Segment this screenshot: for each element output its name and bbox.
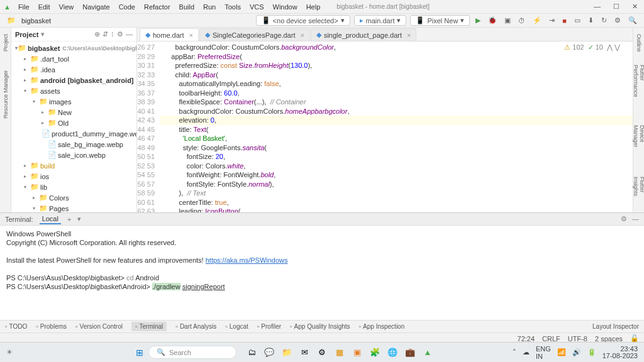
device-selector[interactable]: 📱<no device selected>▾ (256, 15, 350, 26)
menu-refactor[interactable]: Refactor (140, 2, 174, 12)
inspection-widget[interactable]: 102 10 ⋀ ⋁ (564, 43, 620, 52)
rail-resource-manager[interactable]: Resource Manager (3, 70, 9, 119)
terminal-output[interactable]: Windows PowerShellCopyright (C) Microsof… (0, 226, 644, 320)
tray-wifi-icon[interactable]: 📶 (557, 348, 566, 356)
file-encoding[interactable]: UTF-8 (568, 335, 587, 343)
hide-panel-icon[interactable]: — (126, 30, 133, 38)
taskbar-app-icon[interactable]: 💼 (404, 346, 416, 359)
sdk-button[interactable]: ⬇ (586, 16, 596, 25)
indent-setting[interactable]: 2 spaces (595, 335, 623, 343)
search-icon[interactable]: 🔍 (626, 16, 639, 25)
start-button[interactable]: ⊞ (136, 348, 143, 358)
rail-outline[interactable]: Outline (636, 34, 642, 52)
tree-row[interactable]: ▾📁images (11, 96, 136, 107)
rail-flutter-perf[interactable]: Flutter Performance (633, 65, 645, 112)
stop-button[interactable]: ■ (560, 17, 569, 25)
rail-device-mgr[interactable]: Device Manager (633, 125, 645, 165)
rail-flutter-insights[interactable]: Flutter Insights (633, 177, 645, 212)
sync-button[interactable]: ↻ (599, 16, 609, 25)
tool-terminal[interactable]: ▫Terminal (131, 322, 167, 331)
tree-row[interactable]: ▸📁New (11, 107, 136, 118)
taskbar-app-icon[interactable]: 🌐 (386, 346, 399, 359)
tool-layout-inspector[interactable]: Layout Inspector (592, 323, 639, 330)
tray-cloud-icon[interactable]: ☁ (523, 348, 530, 356)
coverage-button[interactable]: ▣ (502, 16, 513, 25)
menu-build[interactable]: Build (175, 2, 198, 12)
menu-vcs[interactable]: VCS (246, 2, 268, 12)
tool-todo[interactable]: ▫TODO (5, 323, 27, 330)
close-tab-icon[interactable]: × (300, 31, 304, 39)
caret-position[interactable]: 72:24 (518, 335, 535, 343)
tree-row[interactable]: 📄sale_bg_image.webp (11, 139, 136, 150)
attach-button[interactable]: ⇥ (547, 16, 557, 25)
tray-clock[interactable]: 23:4317-08-2023 (602, 346, 638, 359)
expand-icon[interactable]: ⇵ (103, 30, 108, 38)
minimize-button[interactable]: — (591, 3, 603, 11)
editor-tab[interactable]: ◆single_product_page.dart× (311, 28, 417, 41)
menu-run[interactable]: Run (199, 2, 219, 12)
settings-icon[interactable]: ⚙ (613, 16, 623, 25)
tree-row[interactable]: ▸📁ios (11, 171, 136, 182)
tree-row[interactable]: ▸📁Old (11, 118, 136, 128)
menu-window[interactable]: Window (269, 2, 301, 12)
taskbar-app-icon[interactable]: ▲ (421, 346, 434, 359)
tree-row[interactable]: ▾📁lib (11, 182, 136, 192)
terminal-settings-icon[interactable]: ⚙ (621, 215, 627, 223)
taskbar-app-icon[interactable]: 💬 (263, 346, 275, 359)
close-button[interactable]: ✕ (630, 3, 640, 11)
avd-button[interactable]: ▭ (572, 16, 582, 25)
terminal-hide-icon[interactable]: — (632, 215, 639, 223)
tree-row[interactable]: 📄product1_dummy_image.webp (11, 128, 136, 139)
menu-help[interactable]: Help (303, 2, 325, 12)
tree-row[interactable]: ▸📁android [bigbasket_android] (11, 75, 136, 85)
run-config-selector[interactable]: ▸main.dart▾ (354, 15, 407, 26)
taskbar-app-icon[interactable]: ⚙ (316, 346, 328, 359)
taskbar-search[interactable]: 🔍Search (148, 346, 236, 359)
target-selector[interactable]: 📱Pixel New▾ (410, 15, 470, 26)
tool-dart-analysis[interactable]: ▫Dart Analysis (175, 323, 216, 330)
taskbar-app-icon[interactable]: ▣ (351, 346, 364, 359)
menu-file[interactable]: File (14, 2, 33, 12)
hot-reload-button[interactable]: ⚡ (531, 16, 543, 25)
menu-view[interactable]: View (55, 2, 78, 12)
tree-row[interactable]: ▾📁assets (11, 85, 136, 96)
tree-row[interactable]: 📄sale_icon.webp (11, 150, 136, 160)
editor-tab[interactable]: ◆SingleCategoriesPage.dart× (199, 28, 310, 41)
tray-language[interactable]: ENGIN (536, 345, 551, 360)
close-tab-icon[interactable]: × (407, 31, 411, 39)
tree-row[interactable]: ▸📁.dart_tool (11, 53, 136, 64)
weather-widget[interactable]: ☀ (6, 348, 13, 356)
taskbar-app-icon[interactable]: ▦ (333, 346, 346, 359)
run-button[interactable]: ▶ (474, 16, 482, 25)
code-editor[interactable]: backgroundColor: CoustumColors.backgroun… (160, 41, 633, 212)
maximize-button[interactable]: ☐ (611, 3, 622, 11)
menu-navigate[interactable]: Navigate (79, 2, 113, 12)
menu-code[interactable]: Code (115, 2, 139, 12)
locate-icon[interactable]: ⊕ (94, 30, 100, 38)
taskbar-app-icon[interactable]: 🧩 (369, 346, 381, 359)
debug-button[interactable]: 🐞 (486, 16, 499, 25)
tool-app-inspection[interactable]: ▫App Inspection (359, 323, 405, 330)
tray-battery-icon[interactable]: 🔋 (587, 348, 596, 356)
breadcrumb[interactable]: bigbasket (21, 17, 51, 25)
taskbar-app-icon[interactable]: 📁 (280, 346, 293, 359)
panel-settings-icon[interactable]: ⚙ (117, 30, 123, 38)
tool-app-quality-insights[interactable]: ▫App Quality Insights (290, 323, 350, 330)
taskbar-app-icon[interactable]: 🗂 (245, 346, 258, 359)
new-terminal-button[interactable]: + (67, 216, 71, 223)
menu-tools[interactable]: Tools (221, 2, 245, 12)
tool-profiler[interactable]: ▫Profiler (257, 323, 281, 330)
tree-row[interactable]: ▸📁Colors (11, 192, 136, 203)
tree-row[interactable]: ▸📁.idea (11, 64, 136, 75)
menu-edit[interactable]: Edit (35, 2, 54, 12)
close-tab-icon[interactable]: × (189, 31, 193, 39)
profile-button[interactable]: ⏱ (516, 17, 527, 25)
tool-problems[interactable]: ▫Problems (36, 323, 67, 330)
rail-project[interactable]: Project (3, 34, 9, 52)
tree-row[interactable]: ▾📁Pages (11, 203, 136, 212)
taskbar-app-icon[interactable]: ✉ (298, 346, 311, 359)
terminal-tab[interactable]: Local (40, 214, 61, 224)
project-tree[interactable]: ▾📁bigbasketC:\Users\Asus\Desktop\bigbask… (11, 41, 136, 212)
editor-tab[interactable]: ◆home.dart× (140, 28, 199, 41)
collapse-icon[interactable]: ⫶ (111, 30, 114, 38)
